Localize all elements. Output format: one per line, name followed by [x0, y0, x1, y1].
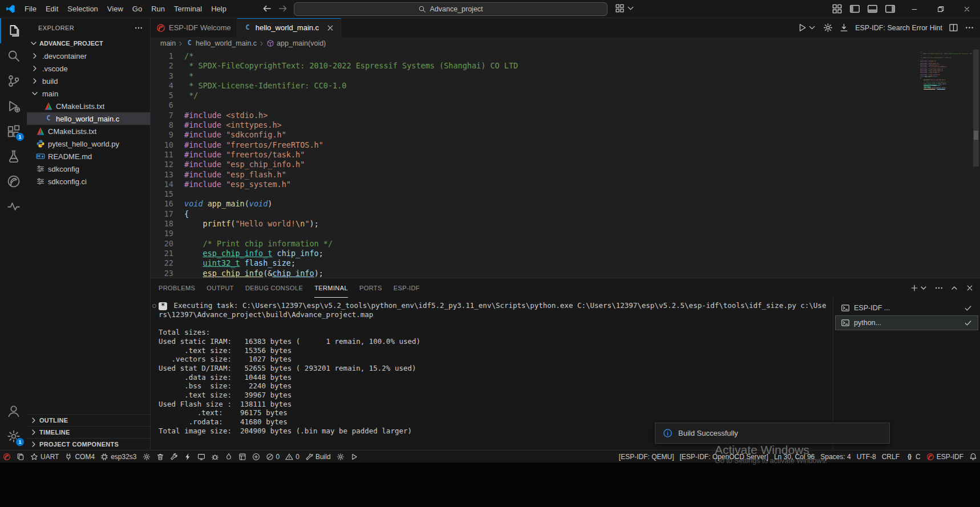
status-flash[interactable] [181, 451, 195, 463]
status-qemu[interactable]: [ESP-IDF: QEMU] [616, 451, 677, 463]
breadcrumb-hello_world_main.c[interactable]: Chello_world_main.c [185, 39, 257, 47]
toggle-primary-sidebar-button[interactable] [849, 3, 860, 14]
code-content[interactable]: 1/*2 * SPDX-FileCopyrightText: 2010-2022… [151, 50, 917, 278]
panel-more-actions-icon[interactable] [934, 283, 943, 293]
command-center[interactable]: Advance_project [294, 2, 608, 16]
activitybar-run-and-debug[interactable] [0, 94, 27, 119]
menu-run[interactable]: Run [147, 3, 169, 15]
go-back-button[interactable] [261, 3, 273, 14]
status-cursor-position[interactable]: Ln 30, Col 96 [771, 451, 817, 463]
terminal-instance-ESPIDF[interactable]: ESP-IDF ... [835, 301, 978, 315]
status-openocd-server[interactable]: [ESP-IDF: OpenOCD Server] [677, 451, 771, 463]
status-full-clean[interactable] [153, 451, 167, 463]
restore-button[interactable] [928, 0, 954, 18]
code-line[interactable]: 11#include "freertos/task.h" [151, 150, 917, 160]
status-esp-idf-remote[interactable] [0, 451, 14, 463]
code-line[interactable]: 17{ [151, 209, 917, 219]
tab-esp-idf-welcome[interactable]: ESP-IDF Welcome [151, 18, 237, 37]
close-panel-icon[interactable] [965, 283, 974, 293]
explorer-item-README.md[interactable]: README.md [27, 150, 150, 163]
explorer-item-pytest_hello_world.py[interactable]: pytest_hello_world.py [27, 137, 150, 150]
section-outline[interactable]: OUTLINE [27, 414, 150, 426]
section-project-components[interactable]: PROJECT COMPONENTS [27, 438, 150, 450]
code-line[interactable]: 21 esp_chip_info_t chip_info; [151, 249, 917, 258]
status-copy-output[interactable] [14, 451, 27, 463]
code-line[interactable]: 2 * SPDX-FileCopyrightText: 2010-2022 Es… [151, 61, 917, 71]
maximize-panel-icon[interactable] [950, 283, 959, 293]
explorer-item-main[interactable]: main [27, 87, 150, 100]
status-idf-component[interactable] [236, 451, 249, 463]
editor-more-actions-icon[interactable] [965, 23, 974, 33]
breadcrumb-main[interactable]: main [160, 39, 176, 47]
terminal-instance-python[interactable]: python... [835, 315, 978, 330]
status-device-target[interactable]: esp32s3 [98, 451, 139, 463]
status-indentation[interactable]: Spaces: 4 [817, 451, 853, 463]
menu-terminal[interactable]: Terminal [169, 3, 206, 15]
code-line[interactable]: 7#include <stdio.h> [151, 111, 917, 120]
explorer-item-build[interactable]: build [27, 75, 150, 87]
activitybar-esp-idf-app-trace[interactable] [0, 194, 27, 219]
breadcrumb-app_mainvoid[interactable]: app_main(void) [266, 39, 326, 47]
activitybar-explorer[interactable] [0, 18, 27, 43]
status-errors[interactable]: 0 [263, 451, 283, 463]
code-line[interactable]: 22 uint32_t flash_size; [151, 258, 917, 268]
explorer-item-.vscode[interactable]: .vscode [27, 62, 150, 75]
download-icon[interactable] [839, 23, 849, 33]
explorer-item-sdkconfig[interactable]: sdkconfig [27, 163, 150, 175]
activitybar-testing[interactable] [0, 144, 27, 169]
esp-idf-search-error-hint-button[interactable]: ESP-IDF: Search Error Hint [855, 24, 942, 32]
status-debug[interactable] [208, 451, 222, 463]
toggle-secondary-sidebar-button[interactable] [885, 3, 896, 14]
close-window-button[interactable] [954, 0, 980, 18]
new-terminal-button[interactable] [910, 283, 928, 293]
panel-tab-esp-idf[interactable]: ESP-IDF [394, 278, 420, 298]
panel-tab-terminal[interactable]: TERMINAL [314, 278, 348, 298]
code-line[interactable]: 8#include <inttypes.h> [151, 120, 917, 130]
panel-tab-output[interactable]: OUTPUT [206, 278, 234, 298]
section-timeline[interactable]: TIMELINE [27, 426, 150, 438]
code-line[interactable]: 12#include "esp_chip_info.h" [151, 160, 917, 169]
status-eol[interactable]: CRLF [879, 451, 902, 463]
status-build-tool[interactable] [167, 451, 181, 463]
code-line[interactable]: 4 * SPDX-License-Identifier: CC0-1.0 [151, 81, 917, 91]
workspace-root[interactable]: ADVANCE_PROJECT [27, 37, 150, 50]
code-line[interactable]: 23 esp_chip_info(&chip_info); [151, 269, 917, 278]
menu-view[interactable]: View [103, 3, 128, 15]
status-esp-idf-version[interactable]: ESP-IDF [924, 451, 966, 463]
activitybar-source-control[interactable] [0, 68, 27, 94]
status-encoding[interactable]: UTF-8 [854, 451, 879, 463]
status-run-task[interactable] [347, 451, 361, 463]
menu-help[interactable]: Help [206, 3, 231, 15]
menu-go[interactable]: Go [128, 3, 147, 15]
toggle-panel-button[interactable] [867, 3, 878, 14]
explorer-item-CMakeLists.txt[interactable]: CMakeLists.txt [27, 125, 150, 137]
explorer-item-hello_world_main.c[interactable]: Chello_world_main.c [27, 112, 150, 125]
menu-file[interactable]: File [20, 3, 41, 15]
close-tab-icon[interactable] [326, 23, 335, 33]
explorer-more-actions-icon[interactable] [134, 23, 143, 33]
status-menuconfig[interactable] [140, 451, 153, 463]
status-task-settings[interactable] [334, 451, 347, 463]
menu-edit[interactable]: Edit [41, 3, 63, 15]
customize-layout-button[interactable] [832, 3, 843, 14]
explorer-item-CMakeLists.txt[interactable]: CMakeLists.txt [27, 100, 150, 112]
code-line[interactable]: 3 * [151, 71, 917, 81]
minimize-button[interactable] [901, 0, 928, 18]
explorer-item-sdkconfig.ci[interactable]: sdkconfig.ci [27, 175, 150, 188]
run-device-button[interactable] [797, 23, 817, 33]
code-line[interactable]: 16void app_main(void) [151, 199, 917, 209]
profile-menu-button[interactable] [615, 3, 635, 13]
code-line[interactable]: 9#include "sdkconfig.h" [151, 130, 917, 140]
activitybar-esp-idf-explorer[interactable] [0, 169, 27, 194]
status-new-component[interactable] [249, 451, 263, 463]
code-line[interactable]: 18 printf("Hello world!\n"); [151, 219, 917, 229]
code-line[interactable]: 6 [151, 100, 917, 110]
scrollbar-thumb[interactable] [973, 50, 979, 167]
menu-selection[interactable]: Selection [63, 3, 102, 15]
activitybar-extensions[interactable]: 1 [0, 119, 27, 144]
status-build-task[interactable]: Build [302, 451, 334, 463]
activitybar-manage[interactable]: 1 [0, 424, 27, 449]
code-line[interactable]: 13#include "esp_flash.h" [151, 170, 917, 180]
notification-toast[interactable]: Build Successfully [655, 423, 890, 444]
code-line[interactable]: 5 */ [151, 91, 917, 100]
